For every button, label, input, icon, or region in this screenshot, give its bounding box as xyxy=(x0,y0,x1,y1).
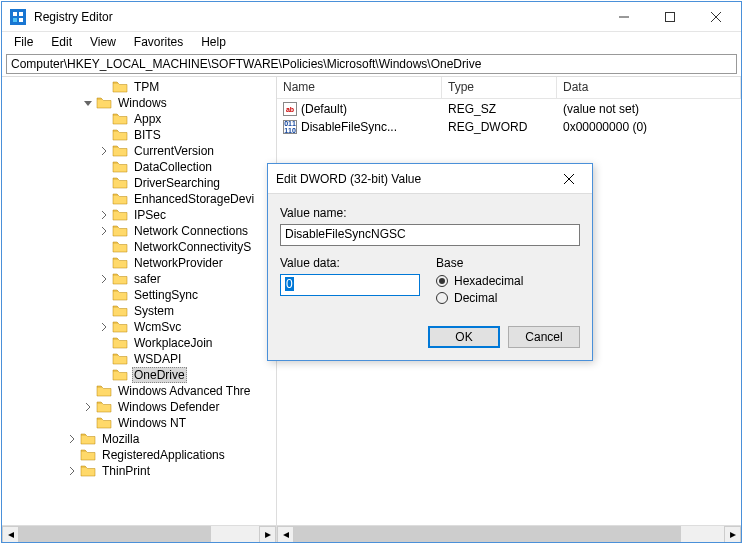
tree-item-label: OneDrive xyxy=(132,367,187,383)
list-item[interactable]: 011110DisableFileSync...REG_DWORD0x00000… xyxy=(277,118,741,136)
tree-item-label: Network Connections xyxy=(132,224,250,238)
expander-icon[interactable] xyxy=(98,305,110,317)
titlebar: Registry Editor xyxy=(2,2,741,32)
tree-item[interactable]: Network Connections xyxy=(2,223,276,239)
tree-item[interactable]: IPSec xyxy=(2,207,276,223)
expander-icon[interactable] xyxy=(98,337,110,349)
expander-icon[interactable] xyxy=(98,369,110,381)
tree-item[interactable]: NetworkConnectivityS xyxy=(2,239,276,255)
tree-item-label: CurrentVersion xyxy=(132,144,216,158)
dialog-title: Edit DWORD (32-bit) Value xyxy=(276,172,554,186)
expander-icon[interactable] xyxy=(98,129,110,141)
tree-item[interactable]: Windows xyxy=(2,95,276,111)
column-data[interactable]: Data xyxy=(557,77,741,98)
tree-item[interactable]: TPM xyxy=(2,79,276,95)
expander-icon[interactable] xyxy=(98,241,110,253)
expander-icon[interactable] xyxy=(98,273,110,285)
expander-icon[interactable] xyxy=(98,161,110,173)
tree-item[interactable]: Windows Defender xyxy=(2,399,276,415)
ok-button[interactable]: OK xyxy=(428,326,500,348)
menu-favorites[interactable]: Favorites xyxy=(126,33,191,51)
expander-icon[interactable] xyxy=(82,417,94,429)
tree-item[interactable]: DataCollection xyxy=(2,159,276,175)
tree-item-label: NetworkProvider xyxy=(132,256,225,270)
minimize-button[interactable] xyxy=(601,2,647,31)
expander-icon[interactable] xyxy=(82,97,94,109)
radio-hexadecimal[interactable]: Hexadecimal xyxy=(436,274,580,288)
expander-icon[interactable] xyxy=(98,209,110,221)
expander-icon[interactable] xyxy=(98,321,110,333)
address-bar[interactable]: Computer\HKEY_LOCAL_MACHINE\SOFTWARE\Pol… xyxy=(6,54,737,74)
tree-item[interactable]: DriverSearching xyxy=(2,175,276,191)
tree-item[interactable]: Mozilla xyxy=(2,431,276,447)
scroll-left-icon[interactable]: ◂ xyxy=(2,526,19,543)
expander-icon[interactable] xyxy=(98,145,110,157)
expander-icon[interactable] xyxy=(98,225,110,237)
svg-rect-2 xyxy=(13,18,17,22)
tree-item-label: WorkplaceJoin xyxy=(132,336,214,350)
menu-view[interactable]: View xyxy=(82,33,124,51)
tree-item[interactable]: Windows Advanced Thre xyxy=(2,383,276,399)
tree-item[interactable]: safer xyxy=(2,271,276,287)
expander-icon[interactable] xyxy=(82,401,94,413)
tree-item[interactable]: System xyxy=(2,303,276,319)
value-data: 0x00000000 (0) xyxy=(557,120,741,134)
expander-icon[interactable] xyxy=(66,433,78,445)
tree-item-label: System xyxy=(132,304,176,318)
tree-item[interactable]: OneDrive xyxy=(2,367,276,383)
svg-rect-1 xyxy=(19,12,23,16)
tree-item[interactable]: EnhancedStorageDevi xyxy=(2,191,276,207)
tree-item[interactable]: WSDAPI xyxy=(2,351,276,367)
tree-item-label: DataCollection xyxy=(132,160,214,174)
base-label: Base xyxy=(436,256,580,270)
cancel-button[interactable]: Cancel xyxy=(508,326,580,348)
expander-icon[interactable] xyxy=(98,193,110,205)
menu-help[interactable]: Help xyxy=(193,33,234,51)
tree-item-label: Windows NT xyxy=(116,416,188,430)
value-name-field[interactable]: DisableFileSyncNGSC xyxy=(280,224,580,246)
tree-item-label: EnhancedStorageDevi xyxy=(132,192,256,206)
tree-item[interactable]: WcmSvc xyxy=(2,319,276,335)
expander-icon[interactable] xyxy=(98,257,110,269)
expander-icon[interactable] xyxy=(98,289,110,301)
expander-icon[interactable] xyxy=(98,113,110,125)
tree-item[interactable]: CurrentVersion xyxy=(2,143,276,159)
tree-item-label: ThinPrint xyxy=(100,464,152,478)
tree-item-label: Windows xyxy=(116,96,169,110)
expander-icon[interactable] xyxy=(98,353,110,365)
maximize-button[interactable] xyxy=(647,2,693,31)
list-item[interactable]: ab(Default)REG_SZ(value not set) xyxy=(277,100,741,118)
expander-icon[interactable] xyxy=(82,385,94,397)
tree-item-label: Mozilla xyxy=(100,432,141,446)
tree-item[interactable]: RegisteredApplications xyxy=(2,447,276,463)
scroll-right-icon[interactable]: ▸ xyxy=(724,526,741,543)
expander-icon[interactable] xyxy=(98,177,110,189)
menu-file[interactable]: File xyxy=(6,33,41,51)
list-horizontal-scrollbar[interactable]: ◂ ▸ xyxy=(277,525,741,542)
scroll-right-icon[interactable]: ▸ xyxy=(259,526,276,543)
tree-item[interactable]: ThinPrint xyxy=(2,463,276,479)
expander-icon[interactable] xyxy=(98,81,110,93)
tree-item-label: IPSec xyxy=(132,208,168,222)
menu-edit[interactable]: Edit xyxy=(43,33,80,51)
expander-icon[interactable] xyxy=(66,465,78,477)
close-button[interactable] xyxy=(693,2,739,31)
tree-horizontal-scrollbar[interactable]: ◂ ▸ xyxy=(2,525,276,542)
scroll-left-icon[interactable]: ◂ xyxy=(277,526,294,543)
expander-icon[interactable] xyxy=(66,449,78,461)
tree-item[interactable]: Appx xyxy=(2,111,276,127)
tree-item[interactable]: SettingSync xyxy=(2,287,276,303)
value-data-label: Value data: xyxy=(280,256,420,270)
tree-item[interactable]: BITS xyxy=(2,127,276,143)
radio-decimal[interactable]: Decimal xyxy=(436,291,580,305)
tree-item-label: safer xyxy=(132,272,163,286)
tree-item-label: NetworkConnectivityS xyxy=(132,240,253,254)
dialog-close-button[interactable] xyxy=(554,164,584,194)
svg-rect-0 xyxy=(13,12,17,16)
value-data-field[interactable]: 0 xyxy=(280,274,420,296)
column-name[interactable]: Name xyxy=(277,77,442,98)
tree-item[interactable]: WorkplaceJoin xyxy=(2,335,276,351)
tree-item[interactable]: Windows NT xyxy=(2,415,276,431)
column-type[interactable]: Type xyxy=(442,77,557,98)
tree-item[interactable]: NetworkProvider xyxy=(2,255,276,271)
